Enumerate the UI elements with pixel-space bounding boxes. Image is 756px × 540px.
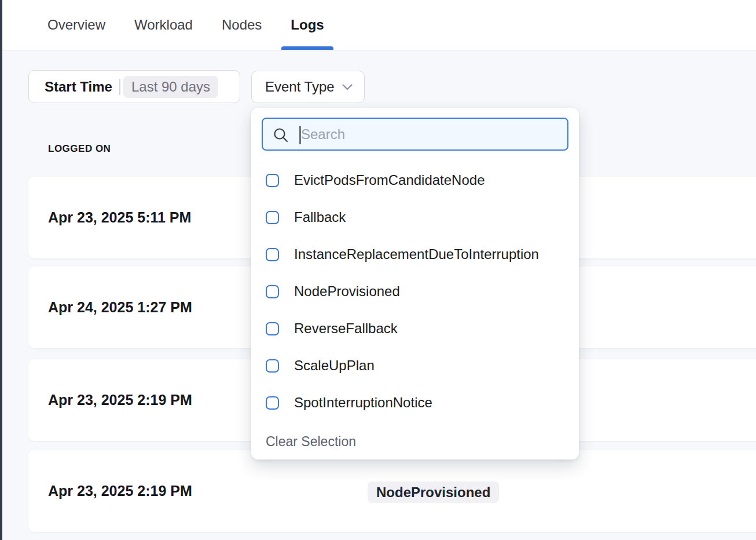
search-input[interactable] — [263, 119, 567, 149]
active-tab-underline — [281, 46, 333, 50]
option-label: EvictPodsFromCandidateNode — [294, 172, 485, 188]
option-label: NodeProvisioned — [294, 283, 400, 300]
option-label: ReverseFallback — [294, 320, 398, 337]
checkbox-icon[interactable] — [266, 285, 279, 298]
option-label: Fallback — [294, 209, 346, 225]
option-reversefallback[interactable]: ReverseFallback — [262, 310, 568, 347]
checkbox-icon[interactable] — [266, 322, 279, 335]
checkbox-icon[interactable] — [266, 248, 279, 261]
tab-logs-label: Logs — [291, 17, 324, 33]
tab-workload[interactable]: Workload — [134, 0, 193, 50]
option-nodeprovisioned[interactable]: NodeProvisioned — [262, 273, 568, 310]
tab-overview[interactable]: Overview — [47, 0, 105, 50]
event-type-badge: NodeProvisioned — [368, 481, 499, 503]
tabs: Overview Workload Nodes Logs — [47, 0, 324, 50]
collapsed-sidebar-edge — [0, 0, 2, 540]
option-spotinterruptionnotice[interactable]: SpotInterruptionNotice — [262, 384, 568, 421]
start-time-filter-value[interactable]: Last 90 days — [123, 76, 218, 98]
option-evictpodsfromcandidatenode[interactable]: EvictPodsFromCandidateNode — [262, 162, 568, 199]
checkbox-icon[interactable] — [266, 211, 279, 224]
tab-bar: Overview Workload Nodes Logs — [2, 0, 756, 50]
event-type-dropdown: EvictPodsFromCandidateNode Fallback Inst… — [251, 108, 579, 459]
chevron-down-icon — [342, 84, 353, 90]
option-scaleupplan[interactable]: ScaleUpPlan — [262, 347, 568, 384]
start-time-filter[interactable]: Start Time Last 90 days — [28, 70, 240, 103]
option-label: ScaleUpPlan — [294, 357, 375, 374]
logs-page: Start Time Last 90 days Event Type LOGGE… — [2, 50, 756, 540]
checkbox-icon[interactable] — [266, 359, 279, 373]
tab-nodes[interactable]: Nodes — [222, 0, 262, 50]
tab-logs[interactable]: Logs — [291, 0, 324, 50]
option-label: InstanceReplacementDueToInterruption — [294, 246, 539, 262]
logged-on-cell: Apr 23, 2025 5:11 PM — [48, 209, 191, 226]
clear-selection-button[interactable]: Clear Selection — [266, 434, 356, 450]
column-header-logged-on: LOGGED ON — [48, 143, 111, 155]
log-table-row[interactable]: Apr 23, 2025 2:19 PM NodeProvisioned — [28, 450, 756, 532]
checkbox-icon[interactable] — [266, 396, 279, 410]
logged-on-cell: Apr 23, 2025 2:19 PM — [48, 392, 192, 408]
start-time-filter-label: Start Time — [45, 79, 112, 95]
checkbox-icon[interactable] — [266, 174, 279, 187]
event-type-filter-label: Event Type — [265, 79, 335, 95]
option-fallback[interactable]: Fallback — [262, 199, 568, 236]
logged-on-cell: Apr 23, 2025 2:19 PM — [48, 483, 192, 499]
event-type-filter-button[interactable]: Event Type — [251, 71, 365, 103]
option-instancereplacementduetointerruption[interactable]: InstanceReplacementDueToInterruption — [262, 236, 568, 273]
option-label: SpotInterruptionNotice — [294, 395, 432, 411]
event-type-option-list: EvictPodsFromCandidateNode Fallback Inst… — [262, 162, 568, 421]
logged-on-cell: Apr 24, 2025 1:27 PM — [48, 299, 192, 316]
filter-divider — [119, 79, 120, 95]
dropdown-search-box[interactable] — [262, 118, 568, 151]
